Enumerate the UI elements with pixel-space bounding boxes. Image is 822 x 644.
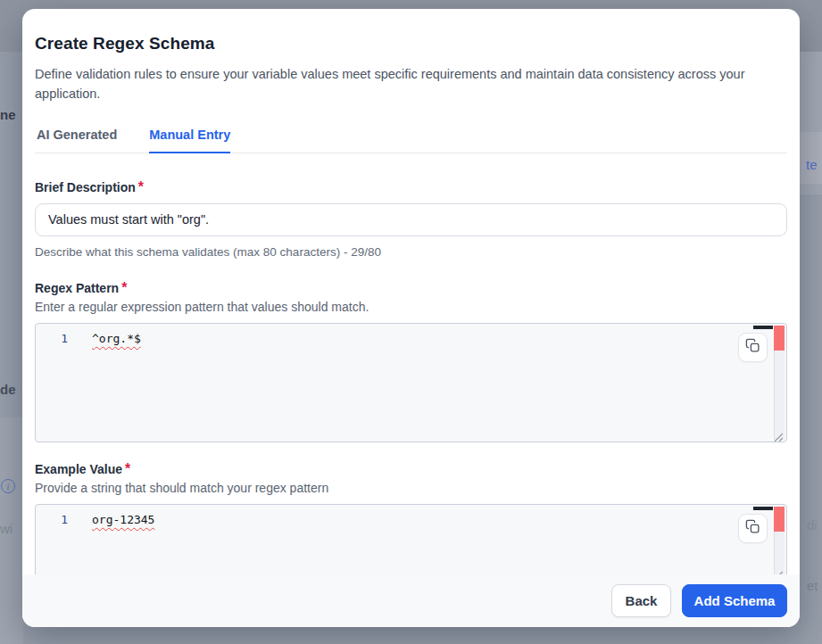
regex-pattern-hint: Enter a regular expression pattern that … (35, 300, 787, 314)
line-number: 1 (36, 512, 68, 528)
copy-icon (745, 338, 760, 357)
copy-icon (745, 519, 760, 538)
backdrop-text-fragment: de (0, 382, 16, 397)
backdrop-text-fragment: wi (0, 521, 12, 536)
example-value-label: Example Value* (35, 461, 787, 477)
example-value-hint: Provide a string that should match your … (35, 481, 787, 495)
copy-button[interactable] (738, 333, 768, 362)
dialog-description: Define validation rules to ensure your v… (35, 65, 765, 104)
example-value-section: Example Value* Provide a string that sho… (35, 461, 787, 581)
example-code-text: org-12345 (92, 513, 154, 526)
copy-button[interactable] (738, 514, 768, 543)
required-asterisk: * (138, 179, 144, 194)
required-asterisk: * (121, 280, 127, 295)
brief-description-label: Brief Description* (35, 179, 787, 195)
brief-description-section: Brief Description* Describe what this sc… (35, 179, 787, 259)
dialog-title: Create Regex Schema (35, 34, 787, 54)
example-value-code-editor[interactable]: 1 org-12345 (35, 504, 787, 581)
regex-pattern-code-editor[interactable]: 1 ^org.*$ (35, 323, 787, 442)
create-regex-schema-dialog: Create Regex Schema Define validation ru… (22, 9, 800, 627)
tab-bar: AI Generated Manual Entry (35, 128, 787, 153)
backdrop-link-fragment: te (806, 157, 818, 172)
tab-manual-entry[interactable]: Manual Entry (149, 128, 230, 153)
info-icon: i (1, 479, 15, 493)
regex-pattern-label: Regex Pattern* (35, 280, 787, 296)
add-schema-button[interactable]: Add Schema (682, 584, 787, 617)
regex-pattern-section: Regex Pattern* Enter a regular expressio… (35, 280, 787, 442)
backdrop-text-fragment: di (807, 517, 818, 533)
code-line: 1 ^org.*$ (36, 324, 786, 347)
lint-error-marker (774, 507, 785, 532)
scrollbar-ruler-dark-segment (753, 326, 773, 329)
code-line: 1 org-12345 (36, 505, 786, 528)
regex-code-text: ^org.*$ (92, 332, 141, 345)
scrollbar-ruler-dark-segment (753, 507, 773, 510)
tab-ai-generated[interactable]: AI Generated (37, 128, 117, 153)
line-number: 1 (36, 331, 68, 347)
backdrop-text-fragment: ne (0, 107, 16, 122)
dialog-footer: Back Add Schema (22, 574, 800, 627)
resize-handle[interactable] (773, 429, 783, 439)
required-asterisk: * (125, 461, 130, 476)
brief-description-input[interactable] (35, 203, 787, 236)
back-button[interactable]: Back (611, 584, 671, 617)
lint-error-marker (774, 326, 785, 351)
backdrop-text-fragment: et (807, 578, 818, 593)
brief-description-helper: Describe what this schema validates (max… (35, 245, 787, 259)
